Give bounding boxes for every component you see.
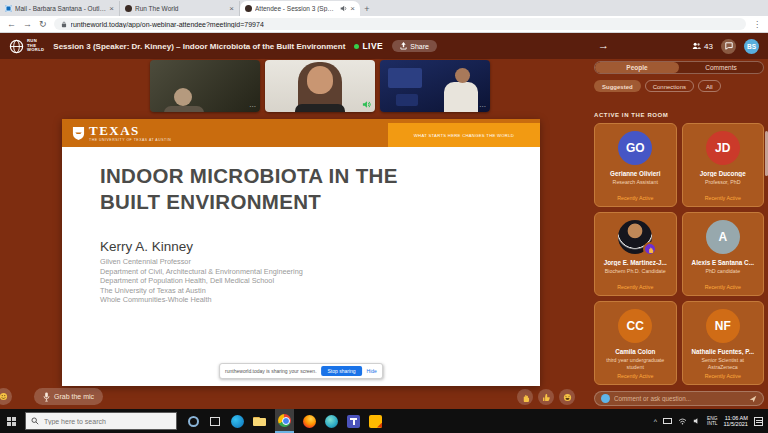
language-indicator[interactable]: ENG INTL <box>707 416 717 427</box>
microphone-icon <box>43 392 50 402</box>
reload-icon[interactable]: ↻ <box>39 20 47 29</box>
filter-connections[interactable]: Connections <box>645 80 694 92</box>
browser-menu-icon[interactable]: ⋮ <box>753 20 761 29</box>
firefox-icon[interactable] <box>303 415 316 428</box>
tab-comments[interactable]: Comments <box>679 62 763 73</box>
browser-globe-icon[interactable] <box>325 415 338 428</box>
attendee-card[interactable]: Jorge E. Martinez-J... Biochem Ph.D. Can… <box>594 212 677 296</box>
clap-reaction-button[interactable] <box>517 389 533 405</box>
tab-attendee-session[interactable]: Attendee - Session 3 (Speak × <box>240 1 360 16</box>
avatar: GO <box>618 131 652 165</box>
attendee-counter[interactable]: 43 <box>692 42 713 51</box>
close-tab-icon[interactable]: × <box>350 4 355 13</box>
cortana-icon[interactable] <box>188 416 199 427</box>
avatar: NF <box>706 309 740 343</box>
search-input[interactable] <box>44 418 171 425</box>
live-dot-icon <box>354 44 359 49</box>
attendee-name: Jorge Duconge <box>683 170 764 177</box>
people-icon <box>692 42 701 50</box>
presentation-slide: TEXAS THE UNIVERSITY OF TEXAS AT AUSTIN … <box>62 119 540 386</box>
attendee-card[interactable]: CC Camila Colon third year undergraduate… <box>594 301 677 385</box>
speaker-silhouette <box>444 82 478 112</box>
attendee-card[interactable]: A Alexis E Santana C... PhD candidate Re… <box>682 212 765 296</box>
volume-icon[interactable] <box>693 417 701 425</box>
filter-all[interactable]: All <box>698 80 721 92</box>
attendee-name: Gerianne Olivieri <box>595 170 676 177</box>
action-center-icon[interactable] <box>754 417 763 426</box>
screen-share-banner: runtheworld.today is sharing your screen… <box>219 363 383 379</box>
video-more-icon[interactable]: ⋯ <box>479 103 486 111</box>
tab-title: Run The World <box>135 5 226 12</box>
smiley-icon <box>0 392 8 401</box>
task-view-icon[interactable] <box>210 417 220 426</box>
video-thumbnail-3[interactable]: ⋯ <box>380 60 490 112</box>
tray-expand-icon[interactable]: ^ <box>654 418 657 425</box>
new-tab-button[interactable]: + <box>360 2 374 16</box>
attendee-name: Jorge E. Martinez-J... <box>595 259 676 266</box>
comment-composer[interactable] <box>594 391 764 406</box>
attendee-card[interactable]: GO Gerianne Olivieri Research Assistant … <box>594 123 677 207</box>
feedback-button[interactable] <box>721 39 736 54</box>
taskbar-apps <box>231 409 382 433</box>
tab-outlook[interactable]: Mail - Barbara Santana - Outlook × <box>0 1 120 16</box>
composer-avatar <box>601 394 610 403</box>
collapse-sidebar-icon[interactable]: → <box>598 39 609 51</box>
speaker-silhouette <box>174 88 192 106</box>
taskbar-search[interactable] <box>25 412 177 430</box>
tab-people[interactable]: People <box>595 62 679 73</box>
texas-wordmark-sub: THE UNIVERSITY OF TEXAS AT AUSTIN <box>89 138 171 142</box>
attendee-role: Research Assistant <box>595 179 676 192</box>
globe-logo-icon <box>9 39 24 54</box>
hide-banner-button[interactable]: Hide <box>367 368 377 374</box>
chrome-icon[interactable] <box>278 414 291 427</box>
grab-the-mic-button[interactable]: Grab the mic <box>34 388 103 405</box>
attendee-role: Biochem Ph.D. Candidate <box>595 268 676 281</box>
attendee-name: Camila Colon <box>595 348 676 355</box>
attendee-card[interactable]: NF Nathalie Fuentes, P... Senior Scienti… <box>682 301 765 385</box>
video-thumbnail-2[interactable] <box>265 60 375 112</box>
rtw-favicon-icon <box>125 5 132 12</box>
send-icon[interactable] <box>749 395 757 403</box>
share-button[interactable]: Share <box>392 40 437 52</box>
laugh-reaction-button[interactable] <box>559 389 575 405</box>
back-icon[interactable]: ← <box>7 20 16 29</box>
video-more-icon[interactable]: ⋯ <box>249 103 256 111</box>
attendee-card[interactable]: JD Jorge Duconge Professor, PhD Recently… <box>682 123 765 207</box>
share-banner-message: runtheworld.today is sharing your screen… <box>225 368 316 374</box>
close-tab-icon[interactable]: × <box>109 4 114 13</box>
filter-suggested[interactable]: Suggested <box>594 80 641 92</box>
teams-icon[interactable] <box>347 415 360 428</box>
thumbs-up-icon <box>542 393 551 402</box>
tab-audio-icon[interactable] <box>340 5 347 12</box>
lab-equipment <box>396 94 418 106</box>
comment-input[interactable] <box>614 395 745 402</box>
slide-body: INDOOR MICROBIOTA IN THE BUILT ENVIRONME… <box>62 163 540 305</box>
speaker-silhouette <box>455 68 470 83</box>
display-tray-icon[interactable] <box>663 418 672 424</box>
taskbar-clock[interactable]: 11:06 AM 11/5/2021 <box>724 415 748 428</box>
url-field[interactable]: runtheworld.today/app/on-webinar-attende… <box>54 18 746 30</box>
thumbs-up-reaction-button[interactable] <box>538 389 554 405</box>
texas-wordmark: TEXAS <box>89 124 171 137</box>
attendee-name: Alexis E Santana C... <box>683 259 764 266</box>
speaker-silhouette <box>295 104 345 112</box>
video-thumbnail-1[interactable]: ⋯ <box>150 60 260 112</box>
file-explorer-icon[interactable] <box>253 415 266 428</box>
notes-icon[interactable] <box>369 415 382 428</box>
attendee-role: third year undergraduate student <box>595 357 676 370</box>
emoji-picker-button[interactable] <box>0 388 12 405</box>
forward-icon[interactable]: → <box>23 20 32 29</box>
browser-addressbar: ← → ↻ runtheworld.today/app/on-webinar-a… <box>0 16 768 33</box>
stop-sharing-button[interactable]: Stop sharing <box>322 366 362 376</box>
chrome-active-highlight[interactable] <box>275 409 294 433</box>
edge-icon[interactable] <box>231 415 244 428</box>
logo-wordmark: RUN THE WORLD <box>27 39 44 53</box>
close-tab-icon[interactable]: × <box>229 4 234 13</box>
user-avatar[interactable]: BS <box>744 39 759 54</box>
texas-logo: TEXAS THE UNIVERSITY OF TEXAS AT AUSTIN <box>72 124 171 142</box>
start-button[interactable] <box>7 417 16 426</box>
url-text: runtheworld.today/app/on-webinar-attende… <box>71 21 264 28</box>
wifi-icon[interactable] <box>678 418 687 425</box>
laugh-icon <box>563 393 572 402</box>
tab-run-the-world[interactable]: Run The World × <box>120 1 240 16</box>
